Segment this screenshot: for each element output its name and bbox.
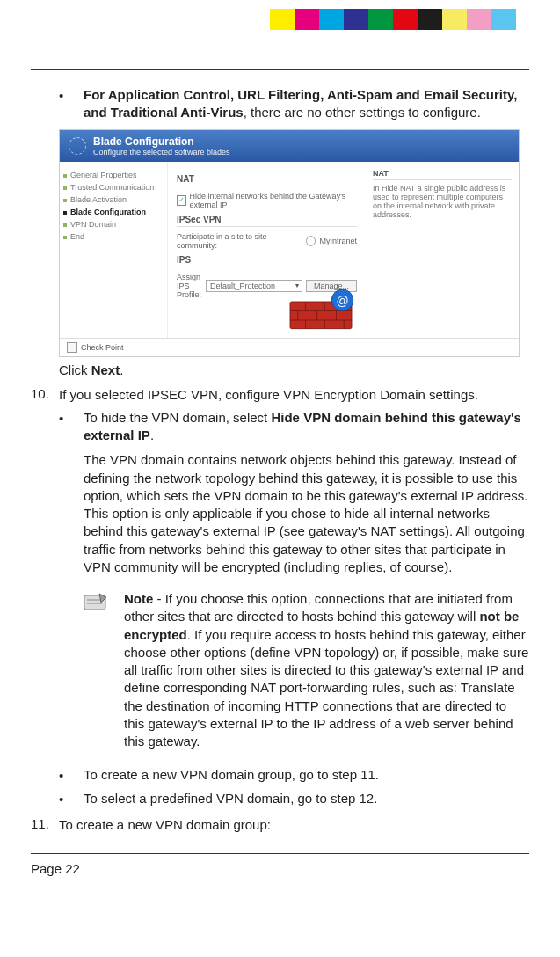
bullet-app-control-rest: , there are no other settings to configu… bbox=[244, 105, 481, 120]
vpn-domain-paragraph: The VPN domain contains network objects … bbox=[84, 451, 529, 576]
header-rule bbox=[31, 69, 529, 70]
stripe bbox=[295, 9, 319, 30]
bullet-hide-vpn-pre: To hide the VPN domain, select bbox=[84, 410, 271, 425]
right-nat-text: In Hide NAT a single public address is u… bbox=[373, 184, 512, 219]
screenshot-header: Blade Configuration Configure the select… bbox=[60, 130, 519, 162]
note-bold: Note bbox=[124, 591, 153, 606]
bullet-dot: • bbox=[59, 86, 84, 122]
page-number: Page 22 bbox=[31, 861, 80, 876]
stripe bbox=[442, 9, 467, 30]
stripe bbox=[270, 9, 295, 30]
ips-section-title: IPS bbox=[177, 255, 357, 267]
note-icon bbox=[84, 590, 110, 750]
next-bold: Next bbox=[91, 362, 120, 377]
svg-text:@: @ bbox=[336, 293, 348, 307]
sidebar-item[interactable]: VPN Domain bbox=[65, 218, 162, 230]
ipsec-community-value: MyIntranet bbox=[319, 237, 357, 245]
nat-section-title: NAT bbox=[177, 174, 357, 186]
bullet-step11-ref: To create a new VPN domain group, go to … bbox=[84, 766, 529, 784]
sidebar-item[interactable]: Trusted Communication bbox=[65, 181, 162, 194]
screenshot-subtitle: Configure the selected software blades bbox=[93, 148, 230, 157]
checkpoint-label: Check Point bbox=[81, 343, 124, 352]
screenshot-footer: Check Point bbox=[60, 338, 519, 356]
bullet-step12-ref: To select a predefined VPN domain, go to… bbox=[84, 790, 529, 807]
step-10-text: If you selected IPSEC VPN, configure VPN… bbox=[59, 386, 529, 404]
sidebar-item[interactable]: Blade Activation bbox=[65, 194, 162, 206]
bullet-dot: • bbox=[59, 790, 84, 807]
checkpoint-logo-icon bbox=[67, 342, 77, 353]
note-mid1: - If you choose this option, connections… bbox=[124, 591, 513, 624]
step-11-number: 11. bbox=[31, 816, 59, 834]
ipsec-label: Participate in a site to site community: bbox=[177, 232, 302, 250]
click-next-pre: Click bbox=[59, 362, 91, 377]
stripe bbox=[319, 9, 344, 30]
bullet-app-control: For Application Control, URL Filtering, … bbox=[84, 86, 529, 122]
stripe bbox=[344, 9, 368, 30]
stripe bbox=[467, 9, 491, 30]
sidebar-item-selected[interactable]: Blade Configuration bbox=[65, 206, 162, 218]
step-10-number: 10. bbox=[31, 386, 59, 404]
screenshot-right-panel: NAT In Hide NAT a single public address … bbox=[366, 162, 519, 338]
color-stripes bbox=[0, 9, 560, 30]
ips-label: Assign IPS Profile: bbox=[177, 273, 202, 299]
sidebar-item[interactable]: General Properties bbox=[65, 169, 162, 181]
bullet-dot: • bbox=[59, 409, 84, 445]
bullet-dot: • bbox=[59, 766, 84, 784]
step-11-text: To create a new VPN domain group: bbox=[59, 816, 529, 834]
note-text: Note - If you choose this option, connec… bbox=[124, 590, 529, 750]
right-nat-title: NAT bbox=[373, 169, 512, 180]
screenshot-title: Blade Configuration bbox=[93, 135, 230, 148]
firewall-icon: @ bbox=[281, 271, 360, 332]
ipsec-section-title: IPSec VPN bbox=[177, 215, 357, 227]
community-icon bbox=[306, 236, 316, 246]
screenshot-main: NAT ✓ Hide internal networks behind the … bbox=[168, 162, 366, 338]
screenshot-sidebar: General Properties Trusted Communication… bbox=[60, 162, 168, 338]
bullet-hide-vpn: To hide the VPN domain, select Hide VPN … bbox=[84, 409, 529, 445]
stripe bbox=[418, 9, 442, 30]
blade-config-screenshot: Blade Configuration Configure the select… bbox=[59, 129, 529, 357]
stripe bbox=[368, 9, 393, 30]
sidebar-item[interactable]: End bbox=[65, 230, 162, 243]
stripe bbox=[393, 9, 418, 30]
note-mid2: . If you require access to hosts behind … bbox=[124, 627, 528, 749]
page-footer: Page 22 bbox=[31, 853, 529, 890]
click-next-post: . bbox=[120, 362, 123, 377]
hide-networks-label: Hide internal networks behind the Gatewa… bbox=[190, 192, 357, 209]
stripe bbox=[491, 9, 516, 30]
hide-networks-checkbox[interactable]: ✓ bbox=[177, 195, 186, 206]
gear-icon bbox=[69, 137, 86, 155]
click-next-text: Click Next. bbox=[59, 362, 529, 377]
bullet-hide-vpn-post: . bbox=[150, 427, 154, 442]
